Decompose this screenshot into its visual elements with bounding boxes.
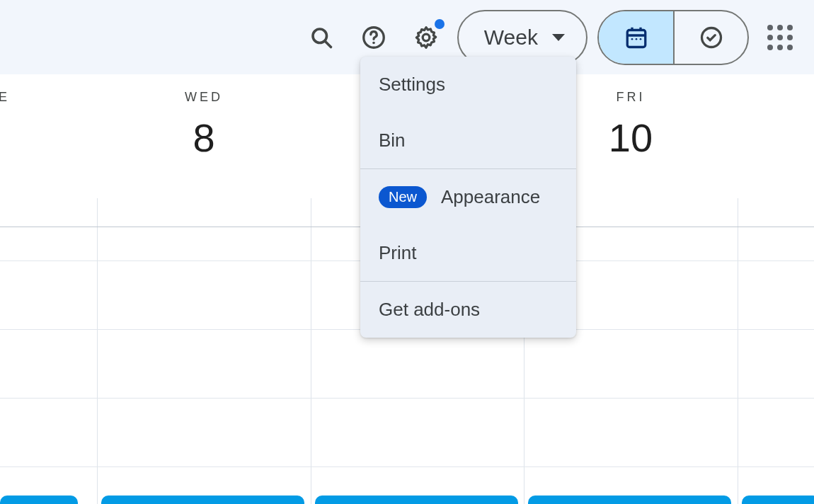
calendar-event[interactable] bbox=[315, 496, 518, 504]
grid-vline bbox=[97, 198, 98, 504]
google-apps-button[interactable] bbox=[759, 16, 801, 59]
calendar-icon bbox=[624, 25, 649, 50]
search-icon bbox=[309, 25, 334, 50]
new-badge: New bbox=[379, 186, 427, 208]
grid-hline bbox=[0, 398, 814, 399]
menu-item-label: Get add-ons bbox=[379, 299, 480, 321]
day-label-tue-fragment: E bbox=[0, 90, 10, 105]
calendar-event[interactable] bbox=[742, 496, 814, 504]
help-button[interactable] bbox=[352, 16, 395, 59]
day-number: 8 bbox=[97, 115, 311, 161]
svg-point-4 bbox=[423, 34, 430, 41]
svg-line-1 bbox=[325, 41, 331, 47]
menu-item-bin[interactable]: Bin bbox=[360, 113, 576, 168]
menu-item-label: Print bbox=[379, 242, 416, 264]
svg-point-10 bbox=[635, 38, 637, 40]
day-header-wed[interactable]: WED 8 bbox=[97, 74, 311, 161]
menu-item-label: Settings bbox=[379, 74, 445, 96]
menu-item-label: Bin bbox=[379, 130, 406, 151]
menu-item-appearance[interactable]: New Appearance bbox=[360, 169, 576, 225]
settings-menu: Settings Bin New Appearance Print Get ad… bbox=[360, 57, 576, 338]
calendar-event[interactable] bbox=[0, 496, 78, 504]
tasks-view-toggle[interactable] bbox=[673, 11, 747, 64]
gear-icon bbox=[413, 25, 439, 50]
help-icon bbox=[361, 25, 386, 50]
apps-grid-icon bbox=[767, 25, 793, 50]
menu-item-addons[interactable]: Get add-ons bbox=[360, 282, 576, 338]
calendar-event[interactable] bbox=[528, 496, 731, 504]
svg-point-3 bbox=[372, 41, 375, 44]
svg-point-11 bbox=[639, 38, 641, 40]
menu-item-label: Appearance bbox=[441, 186, 540, 208]
day-label: WED bbox=[97, 90, 311, 105]
task-check-icon bbox=[699, 25, 724, 50]
calendar-event[interactable] bbox=[101, 496, 304, 504]
settings-notification-dot bbox=[435, 19, 445, 29]
search-button[interactable] bbox=[300, 16, 343, 59]
menu-item-settings[interactable]: Settings bbox=[360, 57, 576, 113]
grid-hline bbox=[0, 466, 814, 467]
calendar-view-toggle[interactable] bbox=[599, 11, 673, 64]
svg-point-9 bbox=[631, 38, 633, 40]
view-toggle-group bbox=[597, 10, 749, 65]
grid-vline bbox=[738, 198, 738, 504]
settings-button[interactable] bbox=[405, 16, 447, 59]
view-selector-label: Week bbox=[484, 25, 538, 50]
caret-down-icon bbox=[552, 34, 565, 41]
menu-item-print[interactable]: Print bbox=[360, 225, 576, 281]
grid-vline bbox=[311, 198, 311, 504]
